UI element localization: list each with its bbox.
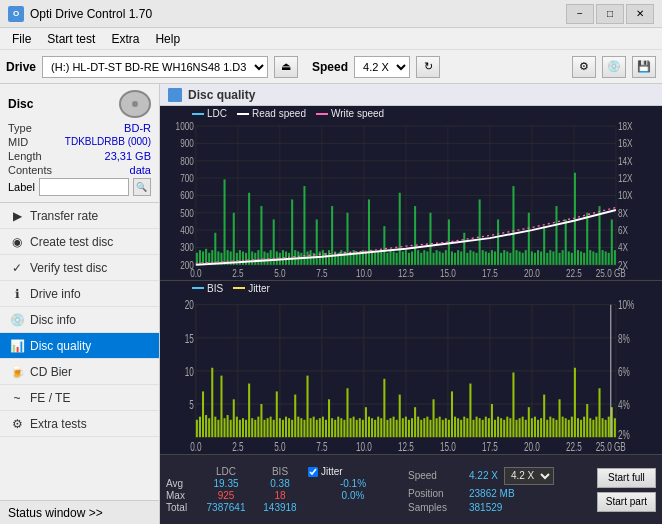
disc-quality-icon: 📊 bbox=[10, 339, 24, 353]
svg-text:22.5: 22.5 bbox=[566, 267, 582, 279]
svg-rect-133 bbox=[451, 251, 453, 264]
svg-rect-300 bbox=[429, 419, 431, 436]
svg-rect-155 bbox=[519, 251, 521, 264]
sidebar-item-cd-bier[interactable]: 🍺 CD Bier bbox=[0, 359, 159, 385]
svg-rect-321 bbox=[494, 419, 496, 436]
svg-rect-122 bbox=[417, 250, 419, 265]
svg-rect-168 bbox=[559, 253, 561, 265]
drive-select[interactable]: (H:) HL-DT-ST BD-RE WH16NS48 1.D3 bbox=[42, 56, 268, 78]
svg-rect-336 bbox=[540, 418, 542, 437]
svg-rect-250 bbox=[276, 391, 278, 437]
svg-rect-117 bbox=[402, 251, 404, 264]
menu-file[interactable]: File bbox=[4, 30, 39, 48]
sidebar-item-label: Drive info bbox=[30, 287, 81, 301]
save-button[interactable]: 💾 bbox=[632, 56, 656, 78]
svg-text:17.5: 17.5 bbox=[482, 439, 498, 453]
svg-rect-301 bbox=[433, 399, 435, 437]
svg-rect-160 bbox=[534, 253, 536, 265]
speed-dropdown[interactable]: 4.2 X bbox=[504, 467, 554, 485]
svg-rect-120 bbox=[411, 251, 413, 264]
svg-rect-358 bbox=[608, 416, 610, 437]
speed-select[interactable]: 4.2 X bbox=[354, 56, 410, 78]
svg-rect-324 bbox=[503, 419, 505, 436]
start-full-button[interactable]: Start full bbox=[597, 468, 656, 488]
sidebar-item-verify-test-disc[interactable]: ✓ Verify test disc bbox=[0, 255, 159, 281]
read-speed-legend-label: Read speed bbox=[252, 108, 306, 119]
svg-rect-257 bbox=[297, 416, 299, 437]
minimize-button[interactable]: − bbox=[566, 4, 594, 24]
menu-help[interactable]: Help bbox=[147, 30, 188, 48]
svg-rect-67 bbox=[248, 193, 250, 265]
stats-max-row: Max 925 18 0.0% bbox=[166, 490, 398, 501]
svg-rect-298 bbox=[423, 418, 425, 437]
disc-label-key: Label bbox=[8, 181, 35, 193]
svg-rect-151 bbox=[506, 251, 508, 264]
refresh-button[interactable]: ↻ bbox=[416, 56, 440, 78]
svg-rect-227 bbox=[205, 415, 207, 437]
disc-label-icon-button[interactable]: 🔍 bbox=[133, 178, 151, 196]
svg-rect-131 bbox=[445, 250, 447, 265]
svg-rect-286 bbox=[386, 419, 388, 436]
svg-rect-264 bbox=[319, 418, 321, 437]
disc-contents-row: Contents data bbox=[8, 164, 151, 176]
sidebar-item-transfer-rate[interactable]: ▶ Transfer rate bbox=[0, 203, 159, 229]
stats-bottom-area: LDC BIS Jitter Avg 19.35 0.38 -0.1% Max bbox=[160, 454, 662, 524]
total-label: Total bbox=[166, 502, 198, 513]
disc-header: Disc bbox=[8, 90, 151, 118]
menu-start-test[interactable]: Start test bbox=[39, 30, 103, 48]
svg-rect-144 bbox=[485, 251, 487, 264]
charts-container: LDC Read speed Write speed bbox=[160, 106, 662, 454]
close-button[interactable]: ✕ bbox=[626, 4, 654, 24]
eject-button[interactable]: ⏏ bbox=[274, 56, 298, 78]
svg-text:0.0: 0.0 bbox=[190, 267, 201, 279]
svg-rect-244 bbox=[257, 416, 259, 437]
chart1-legend: LDC Read speed Write speed bbox=[192, 108, 384, 119]
svg-rect-287 bbox=[389, 418, 391, 437]
svg-rect-127 bbox=[433, 253, 435, 265]
svg-text:15.0: 15.0 bbox=[440, 439, 456, 453]
jitter-checkbox[interactable] bbox=[308, 467, 318, 477]
sidebar-item-drive-info[interactable]: ℹ Drive info bbox=[0, 281, 159, 307]
svg-rect-236 bbox=[233, 399, 235, 437]
maximize-button[interactable]: □ bbox=[596, 4, 624, 24]
svg-rect-282 bbox=[374, 419, 376, 436]
svg-rect-103 bbox=[359, 253, 361, 265]
sidebar-item-disc-info[interactable]: 💿 Disc info bbox=[0, 307, 159, 333]
max-bis: 18 bbox=[254, 490, 306, 501]
sidebar-item-disc-quality[interactable]: 📊 Disc quality bbox=[0, 333, 159, 359]
svg-rect-276 bbox=[356, 419, 358, 436]
svg-text:5.0: 5.0 bbox=[274, 439, 285, 453]
disc-label-input[interactable] bbox=[39, 178, 129, 196]
svg-text:15.0: 15.0 bbox=[440, 267, 456, 279]
start-part-button[interactable]: Start part bbox=[597, 492, 656, 512]
svg-rect-313 bbox=[469, 383, 471, 437]
svg-rect-235 bbox=[230, 419, 232, 436]
sidebar-item-create-test-disc[interactable]: ◉ Create test disc bbox=[0, 229, 159, 255]
svg-rect-265 bbox=[322, 416, 324, 437]
sidebar: Disc Type BD-R MID TDKBLDRBB (000) Lengt… bbox=[0, 84, 160, 524]
menu-extra[interactable]: Extra bbox=[103, 30, 147, 48]
disc-length-value: 23,31 GB bbox=[105, 150, 151, 162]
max-ldc: 925 bbox=[200, 490, 252, 501]
disc-contents-label: Contents bbox=[8, 164, 52, 176]
svg-rect-154 bbox=[515, 250, 517, 265]
position-row: Position 23862 MB bbox=[408, 488, 554, 499]
svg-rect-185 bbox=[611, 219, 613, 264]
svg-rect-317 bbox=[482, 419, 484, 436]
svg-text:12.5: 12.5 bbox=[398, 439, 414, 453]
svg-text:10.0: 10.0 bbox=[356, 439, 372, 453]
ldc-legend-item: LDC bbox=[192, 108, 227, 119]
svg-rect-253 bbox=[285, 416, 287, 437]
svg-rect-98 bbox=[343, 251, 345, 264]
disc-button[interactable]: 💿 bbox=[602, 56, 626, 78]
svg-rect-108 bbox=[374, 253, 376, 265]
svg-rect-72 bbox=[263, 251, 265, 264]
sidebar-item-fe-te[interactable]: ~ FE / TE bbox=[0, 385, 159, 411]
settings-button[interactable]: ⚙ bbox=[572, 56, 596, 78]
svg-text:1000: 1000 bbox=[176, 120, 194, 132]
status-window-button[interactable]: Status window >> bbox=[0, 500, 159, 524]
jitter-legend-label: Jitter bbox=[248, 283, 270, 294]
sidebar-item-extra-tests[interactable]: ⚙ Extra tests bbox=[0, 411, 159, 437]
max-label: Max bbox=[166, 490, 198, 501]
svg-rect-312 bbox=[466, 418, 468, 437]
